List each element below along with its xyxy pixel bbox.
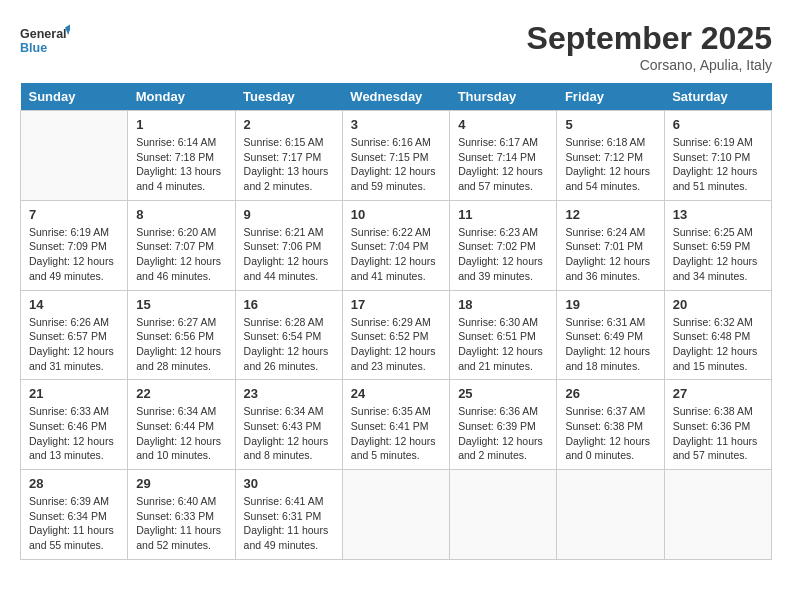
calendar-cell-w4-d6: 26 Sunrise: 6:37 AM Sunset: 6:38 PM Dayl… [557,380,664,470]
calendar-cell-w2-d3: 9 Sunrise: 6:21 AM Sunset: 7:06 PM Dayli… [235,200,342,290]
day-number: 11 [458,207,548,222]
logo-svg: General Blue [20,20,70,60]
day-number: 16 [244,297,334,312]
calendar-cell-w3-d7: 20 Sunrise: 6:32 AM Sunset: 6:48 PM Dayl… [664,290,771,380]
logo: General Blue [20,20,70,60]
calendar-cell-w4-d7: 27 Sunrise: 6:38 AM Sunset: 6:36 PM Dayl… [664,380,771,470]
day-number: 27 [673,386,763,401]
day-info: Sunrise: 6:25 AM Sunset: 6:59 PM Dayligh… [673,225,763,284]
calendar-cell-w1-d3: 2 Sunrise: 6:15 AM Sunset: 7:17 PM Dayli… [235,111,342,201]
day-number: 9 [244,207,334,222]
calendar-cell-w5-d2: 29 Sunrise: 6:40 AM Sunset: 6:33 PM Dayl… [128,470,235,560]
calendar-cell-w4-d3: 23 Sunrise: 6:34 AM Sunset: 6:43 PM Dayl… [235,380,342,470]
day-info: Sunrise: 6:39 AM Sunset: 6:34 PM Dayligh… [29,494,119,553]
location-subtitle: Corsano, Apulia, Italy [527,57,772,73]
calendar-cell-w4-d4: 24 Sunrise: 6:35 AM Sunset: 6:41 PM Dayl… [342,380,449,470]
col-sunday: Sunday [21,83,128,111]
calendar-table: Sunday Monday Tuesday Wednesday Thursday… [20,83,772,560]
day-number: 28 [29,476,119,491]
calendar-cell-w3-d2: 15 Sunrise: 6:27 AM Sunset: 6:56 PM Dayl… [128,290,235,380]
day-info: Sunrise: 6:24 AM Sunset: 7:01 PM Dayligh… [565,225,655,284]
month-title: September 2025 [527,20,772,57]
calendar-week-2: 7 Sunrise: 6:19 AM Sunset: 7:09 PM Dayli… [21,200,772,290]
calendar-cell-w2-d5: 11 Sunrise: 6:23 AM Sunset: 7:02 PM Dayl… [450,200,557,290]
calendar-cell-w2-d1: 7 Sunrise: 6:19 AM Sunset: 7:09 PM Dayli… [21,200,128,290]
day-info: Sunrise: 6:22 AM Sunset: 7:04 PM Dayligh… [351,225,441,284]
col-friday: Friday [557,83,664,111]
page-header: General Blue September 2025 Corsano, Apu… [20,20,772,73]
day-info: Sunrise: 6:26 AM Sunset: 6:57 PM Dayligh… [29,315,119,374]
day-number: 18 [458,297,548,312]
day-info: Sunrise: 6:35 AM Sunset: 6:41 PM Dayligh… [351,404,441,463]
day-info: Sunrise: 6:33 AM Sunset: 6:46 PM Dayligh… [29,404,119,463]
calendar-cell-w2-d6: 12 Sunrise: 6:24 AM Sunset: 7:01 PM Dayl… [557,200,664,290]
day-number: 14 [29,297,119,312]
day-number: 12 [565,207,655,222]
day-number: 17 [351,297,441,312]
calendar-cell-w5-d6 [557,470,664,560]
col-tuesday: Tuesday [235,83,342,111]
day-info: Sunrise: 6:21 AM Sunset: 7:06 PM Dayligh… [244,225,334,284]
day-info: Sunrise: 6:34 AM Sunset: 6:43 PM Dayligh… [244,404,334,463]
calendar-week-5: 28 Sunrise: 6:39 AM Sunset: 6:34 PM Dayl… [21,470,772,560]
calendar-cell-w1-d1 [21,111,128,201]
day-number: 4 [458,117,548,132]
calendar-week-3: 14 Sunrise: 6:26 AM Sunset: 6:57 PM Dayl… [21,290,772,380]
calendar-cell-w1-d6: 5 Sunrise: 6:18 AM Sunset: 7:12 PM Dayli… [557,111,664,201]
day-info: Sunrise: 6:20 AM Sunset: 7:07 PM Dayligh… [136,225,226,284]
col-thursday: Thursday [450,83,557,111]
day-number: 22 [136,386,226,401]
day-number: 29 [136,476,226,491]
calendar-cell-w2-d4: 10 Sunrise: 6:22 AM Sunset: 7:04 PM Dayl… [342,200,449,290]
day-info: Sunrise: 6:19 AM Sunset: 7:09 PM Dayligh… [29,225,119,284]
calendar-cell-w1-d7: 6 Sunrise: 6:19 AM Sunset: 7:10 PM Dayli… [664,111,771,201]
calendar-cell-w3-d6: 19 Sunrise: 6:31 AM Sunset: 6:49 PM Dayl… [557,290,664,380]
day-info: Sunrise: 6:32 AM Sunset: 6:48 PM Dayligh… [673,315,763,374]
day-number: 13 [673,207,763,222]
day-info: Sunrise: 6:38 AM Sunset: 6:36 PM Dayligh… [673,404,763,463]
calendar-cell-w3-d5: 18 Sunrise: 6:30 AM Sunset: 6:51 PM Dayl… [450,290,557,380]
col-saturday: Saturday [664,83,771,111]
col-monday: Monday [128,83,235,111]
calendar-cell-w2-d2: 8 Sunrise: 6:20 AM Sunset: 7:07 PM Dayli… [128,200,235,290]
calendar-header-row: Sunday Monday Tuesday Wednesday Thursday… [21,83,772,111]
day-info: Sunrise: 6:19 AM Sunset: 7:10 PM Dayligh… [673,135,763,194]
day-info: Sunrise: 6:31 AM Sunset: 6:49 PM Dayligh… [565,315,655,374]
day-number: 2 [244,117,334,132]
day-number: 19 [565,297,655,312]
calendar-cell-w5-d1: 28 Sunrise: 6:39 AM Sunset: 6:34 PM Dayl… [21,470,128,560]
day-info: Sunrise: 6:18 AM Sunset: 7:12 PM Dayligh… [565,135,655,194]
day-number: 25 [458,386,548,401]
day-info: Sunrise: 6:29 AM Sunset: 6:52 PM Dayligh… [351,315,441,374]
day-number: 5 [565,117,655,132]
day-number: 24 [351,386,441,401]
svg-text:Blue: Blue [20,42,47,56]
calendar-cell-w2-d7: 13 Sunrise: 6:25 AM Sunset: 6:59 PM Dayl… [664,200,771,290]
day-info: Sunrise: 6:34 AM Sunset: 6:44 PM Dayligh… [136,404,226,463]
calendar-cell-w1-d5: 4 Sunrise: 6:17 AM Sunset: 7:14 PM Dayli… [450,111,557,201]
calendar-cell-w4-d1: 21 Sunrise: 6:33 AM Sunset: 6:46 PM Dayl… [21,380,128,470]
calendar-cell-w4-d2: 22 Sunrise: 6:34 AM Sunset: 6:44 PM Dayl… [128,380,235,470]
day-info: Sunrise: 6:37 AM Sunset: 6:38 PM Dayligh… [565,404,655,463]
calendar-cell-w1-d2: 1 Sunrise: 6:14 AM Sunset: 7:18 PM Dayli… [128,111,235,201]
calendar-cell-w3-d3: 16 Sunrise: 6:28 AM Sunset: 6:54 PM Dayl… [235,290,342,380]
calendar-cell-w4-d5: 25 Sunrise: 6:36 AM Sunset: 6:39 PM Dayl… [450,380,557,470]
day-number: 21 [29,386,119,401]
calendar-cell-w5-d3: 30 Sunrise: 6:41 AM Sunset: 6:31 PM Dayl… [235,470,342,560]
day-info: Sunrise: 6:40 AM Sunset: 6:33 PM Dayligh… [136,494,226,553]
day-number: 30 [244,476,334,491]
day-number: 8 [136,207,226,222]
day-number: 10 [351,207,441,222]
day-info: Sunrise: 6:36 AM Sunset: 6:39 PM Dayligh… [458,404,548,463]
day-info: Sunrise: 6:28 AM Sunset: 6:54 PM Dayligh… [244,315,334,374]
calendar-week-1: 1 Sunrise: 6:14 AM Sunset: 7:18 PM Dayli… [21,111,772,201]
day-number: 3 [351,117,441,132]
day-info: Sunrise: 6:17 AM Sunset: 7:14 PM Dayligh… [458,135,548,194]
day-number: 15 [136,297,226,312]
title-block: September 2025 Corsano, Apulia, Italy [527,20,772,73]
calendar-cell-w3-d1: 14 Sunrise: 6:26 AM Sunset: 6:57 PM Dayl… [21,290,128,380]
day-number: 7 [29,207,119,222]
day-info: Sunrise: 6:23 AM Sunset: 7:02 PM Dayligh… [458,225,548,284]
day-info: Sunrise: 6:15 AM Sunset: 7:17 PM Dayligh… [244,135,334,194]
day-number: 26 [565,386,655,401]
